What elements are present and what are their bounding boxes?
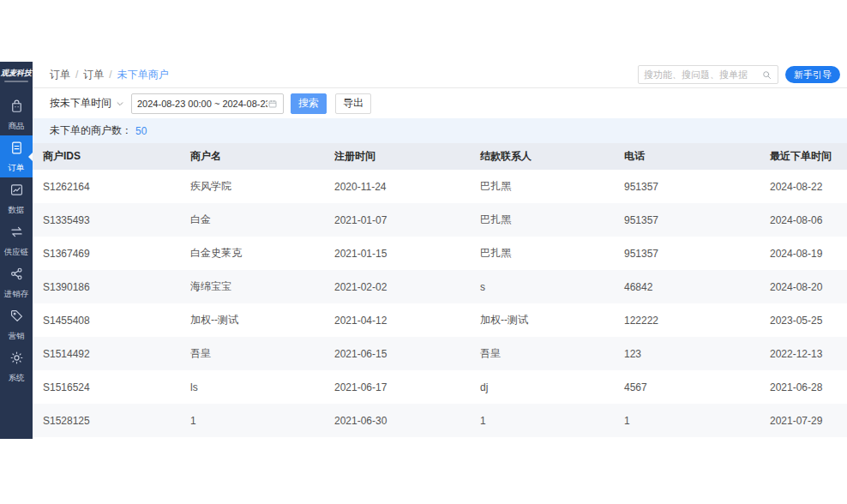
cell-merchant-id: S1455408	[33, 303, 180, 337]
cell-merchant-name: ls	[180, 370, 324, 404]
search-button[interactable]: 搜索	[291, 93, 327, 114]
cell-phone: 951357	[614, 237, 760, 270]
global-search-input[interactable]	[644, 69, 761, 80]
export-button[interactable]: 导出	[335, 93, 371, 114]
cell-settle-contact: 巴扎黑	[470, 170, 614, 203]
topbar: 订单 / 订单 / 未下单商户 新手引导	[33, 62, 847, 88]
merchant-count-value: 50	[135, 125, 147, 137]
cell-phone: 951357	[614, 170, 760, 203]
sidebar-item-label: 商品	[9, 120, 25, 131]
cell-last-order-time: 2024-08-20	[760, 270, 847, 303]
table-row[interactable]: S1528125 1 2021-06-30 1 1 2021-07-29	[33, 404, 847, 437]
merchant-count-label: 未下单的商户数：	[50, 123, 132, 138]
chevron-down-icon	[116, 99, 124, 108]
cell-settle-contact: 1	[470, 404, 614, 437]
cell-merchant-name: 白金	[180, 203, 324, 237]
sidebar-item-label: 营销	[9, 330, 25, 341]
sidebar-item-marketing[interactable]: 营销	[0, 303, 33, 345]
date-range-input[interactable]	[137, 99, 267, 109]
column-header-merchant-id: 商户IDS	[33, 143, 180, 170]
cell-merchant-id: S1528125	[33, 404, 180, 437]
sidebar-nav: 商品 订单 数据 供应链 进销存 营销	[0, 88, 33, 387]
cell-settle-contact: dj	[470, 370, 614, 404]
table-row[interactable]: S1262164 疾风学院 2020-11-24 巴扎黑 951357 2024…	[33, 170, 847, 203]
cell-merchant-name: 加权--测试	[180, 303, 324, 337]
table-row[interactable]: S1367469 白金史莱克 2021-01-15 巴扎黑 951357 202…	[33, 237, 847, 270]
cell-settle-contact: s	[470, 270, 614, 303]
breadcrumb-item[interactable]: 订单	[83, 68, 104, 82]
main-content: 订单 / 订单 / 未下单商户 新手引导 按未下单时间	[33, 62, 847, 439]
table-row[interactable]: S1335493 白金 2021-01-07 巴扎黑 951357 2024-0…	[33, 203, 847, 237]
cell-register-time: 2021-06-15	[324, 337, 470, 370]
cell-phone: 4567	[614, 370, 760, 404]
table-header-row: 商户IDS 商户名 注册时间 结款联系人 电话 最近下单时间	[33, 143, 847, 170]
chart-icon	[9, 182, 25, 201]
logo-title: 观麦科技	[1, 68, 32, 79]
cell-register-time: 2020-11-24	[324, 170, 470, 203]
cell-merchant-name: 吾皇	[180, 337, 324, 370]
column-header-merchant-name: 商户名	[180, 143, 324, 170]
date-range-picker[interactable]	[131, 93, 284, 114]
logo: 观麦科技	[0, 62, 33, 88]
price-tag-icon	[9, 308, 25, 327]
table-row[interactable]: S1390186 海绵宝宝 2021-02-02 s 46842 2024-08…	[33, 270, 847, 303]
filter-type-select[interactable]: 按未下单时间	[50, 96, 124, 111]
table-row[interactable]: S1455408 加权--测试 2021-04-12 加权--测试 122222…	[33, 303, 847, 337]
cell-merchant-id: S1514492	[33, 337, 180, 370]
sidebar-item-data[interactable]: 数据	[0, 177, 33, 219]
cell-settle-contact: 巴扎黑	[470, 203, 614, 237]
cell-last-order-time: 2023-05-25	[760, 303, 847, 337]
order-document-icon	[9, 140, 25, 159]
calendar-icon	[267, 99, 278, 109]
cell-merchant-name: 1	[180, 404, 324, 437]
cell-merchant-id: S1367469	[33, 237, 180, 270]
newbie-guide-button[interactable]: 新手引导	[785, 66, 840, 83]
sidebar-item-label: 供应链	[4, 246, 29, 257]
gear-icon	[9, 350, 25, 369]
sidebar-item-inventory[interactable]: 进销存	[0, 261, 33, 303]
cell-phone: 951357	[614, 203, 760, 237]
global-search-box[interactable]	[638, 65, 778, 84]
sidebar-item-label: 订单	[9, 162, 25, 173]
column-header-register-time: 注册时间	[324, 143, 470, 170]
cell-settle-contact: 吾皇	[470, 337, 614, 370]
cell-settle-contact: 巴扎黑	[470, 237, 614, 270]
swap-arrows-icon	[9, 224, 25, 243]
sidebar-item-label: 系统	[9, 372, 25, 383]
table-row[interactable]: S1514492 吾皇 2021-06-15 吾皇 123 2022-12-13	[33, 337, 847, 370]
app-window: 观麦科技 商品 订单 数据 供应链 进销存	[0, 62, 847, 439]
cell-last-order-time: 2024-08-19	[760, 237, 847, 270]
breadcrumb: 订单 / 订单 / 未下单商户	[50, 68, 169, 82]
filter-bar: 按未下单时间 搜索 导出	[33, 88, 847, 118]
merchant-count-bar: 未下单的商户数： 50	[33, 118, 847, 143]
cell-merchant-name: 白金史莱克	[180, 237, 324, 270]
cell-phone: 122222	[614, 303, 760, 337]
cell-merchant-id: S1262164	[33, 170, 180, 203]
sidebar-item-label: 进销存	[4, 288, 29, 299]
sidebar-item-supply-chain[interactable]: 供应链	[0, 219, 33, 261]
column-header-last-order-time: 最近下单时间	[760, 143, 847, 170]
cell-last-order-time: 2021-07-29	[760, 404, 847, 437]
cell-merchant-id: S1390186	[33, 270, 180, 303]
sidebar: 观麦科技 商品 订单 数据 供应链 进销存	[0, 62, 33, 439]
cell-last-order-time: 2021-06-28	[760, 370, 847, 404]
cell-register-time: 2021-01-15	[324, 237, 470, 270]
sidebar-item-goods[interactable]: 商品	[0, 93, 33, 135]
sidebar-item-system[interactable]: 系统	[0, 345, 33, 387]
cell-settle-contact: 加权--测试	[470, 303, 614, 337]
filter-type-label: 按未下单时间	[50, 96, 111, 111]
breadcrumb-item[interactable]: 订单	[50, 68, 70, 82]
breadcrumb-separator: /	[109, 69, 111, 81]
sidebar-item-orders[interactable]: 订单	[0, 135, 33, 177]
cell-register-time: 2021-06-17	[324, 370, 470, 404]
breadcrumb-current: 未下单商户	[117, 68, 169, 82]
logo-subtitle-line	[4, 81, 28, 82]
cell-phone: 1	[614, 404, 760, 437]
column-header-settle-contact: 结款联系人	[470, 143, 614, 170]
cell-register-time: 2021-02-02	[324, 270, 470, 303]
table-row[interactable]: S1516524 ls 2021-06-17 dj 4567 2021-06-2…	[33, 370, 847, 404]
sidebar-item-label: 数据	[9, 204, 25, 215]
cell-register-time: 2021-01-07	[324, 203, 470, 237]
cell-merchant-name: 海绵宝宝	[180, 270, 324, 303]
merchants-table: 商户IDS 商户名 注册时间 结款联系人 电话 最近下单时间 S1262164 …	[33, 143, 847, 437]
